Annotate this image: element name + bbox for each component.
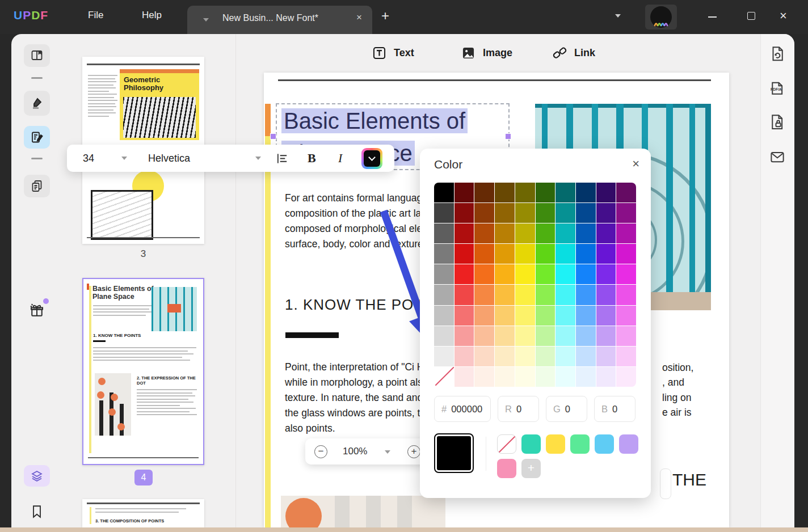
share-button[interactable] <box>769 149 787 167</box>
font-size-dropdown-icon[interactable] <box>121 157 127 160</box>
color-grid-swatch[interactable] <box>434 203 454 223</box>
color-grid-swatch[interactable] <box>495 223 515 243</box>
current-color-swatch[interactable] <box>435 434 473 472</box>
color-grid-swatch[interactable] <box>556 367 575 387</box>
color-grid-swatch[interactable] <box>576 306 596 326</box>
color-grid-swatch[interactable] <box>616 306 636 326</box>
color-grid-swatch[interactable] <box>616 326 636 346</box>
color-grid-swatch[interactable] <box>474 223 494 243</box>
zoom-in-button[interactable]: + <box>407 445 420 458</box>
color-grid-swatch[interactable] <box>474 306 494 326</box>
tool-image[interactable]: Image <box>461 45 512 61</box>
preset-teal[interactable] <box>521 434 541 454</box>
tool-text[interactable]: Text <box>372 45 414 61</box>
italic-button[interactable]: I <box>338 145 342 172</box>
color-grid-swatch[interactable] <box>495 264 515 284</box>
color-grid-swatch[interactable] <box>556 285 575 305</box>
color-grid-swatch[interactable] <box>455 285 474 305</box>
color-grid-swatch[interactable] <box>536 326 556 346</box>
font-family-value[interactable]: Helvetica <box>148 145 190 172</box>
color-grid-swatch[interactable] <box>576 183 596 202</box>
color-grid-swatch[interactable] <box>434 285 454 305</box>
color-grid-swatch[interactable] <box>596 223 616 243</box>
color-grid-swatch[interactable] <box>596 244 616 264</box>
color-grid-swatch[interactable] <box>576 285 596 305</box>
color-grid-swatch[interactable] <box>616 367 636 387</box>
color-grid-swatch[interactable] <box>434 264 454 284</box>
color-grid-swatch[interactable] <box>556 203 575 223</box>
color-grid-swatch[interactable] <box>536 285 556 305</box>
color-grid-swatch[interactable] <box>616 203 636 223</box>
color-grid-swatch[interactable] <box>515 367 535 387</box>
color-grid-swatch[interactable] <box>474 367 494 387</box>
color-grid-swatch[interactable] <box>474 244 494 264</box>
updf-brand-button[interactable] <box>645 5 677 29</box>
comment-tool-button[interactable] <box>24 91 50 116</box>
reader-mode-button[interactable] <box>24 44 50 67</box>
color-grid-swatch[interactable] <box>536 203 556 223</box>
preset-pink[interactable] <box>497 459 516 478</box>
align-button[interactable] <box>276 152 289 165</box>
color-grid-swatch[interactable] <box>596 285 616 305</box>
red-input[interactable]: R0 <box>498 396 539 422</box>
hex-input[interactable]: #000000 <box>434 396 491 422</box>
color-grid-swatch[interactable] <box>455 264 474 284</box>
color-grid-swatch[interactable] <box>616 347 636 366</box>
zoom-dropdown-icon[interactable] <box>385 450 390 454</box>
color-grid-swatch[interactable] <box>515 264 535 284</box>
color-grid-swatch[interactable] <box>536 306 556 326</box>
color-grid-swatch[interactable] <box>536 264 556 284</box>
color-grid-swatch[interactable] <box>556 326 575 346</box>
color-grid-swatch[interactable] <box>455 347 474 366</box>
color-grid-swatch[interactable] <box>455 183 474 202</box>
color-grid-swatch[interactable] <box>474 264 494 284</box>
whats-new-button[interactable] <box>24 299 50 322</box>
color-grid-swatch[interactable] <box>495 347 515 366</box>
menu-help[interactable]: Help <box>142 10 162 21</box>
color-grid-swatch[interactable] <box>434 183 454 202</box>
blue-input[interactable]: B0 <box>594 396 636 422</box>
color-grid-swatch[interactable] <box>596 326 616 346</box>
color-grid-swatch[interactable] <box>495 244 515 264</box>
color-grid-swatch[interactable] <box>495 326 515 346</box>
color-grid-swatch[interactable] <box>515 326 535 346</box>
color-grid-swatch[interactable] <box>576 367 596 387</box>
color-grid-swatch[interactable] <box>474 285 494 305</box>
color-grid-swatch[interactable] <box>596 264 616 284</box>
menu-file[interactable]: File <box>88 10 103 21</box>
color-grid-swatch[interactable] <box>556 264 575 284</box>
color-grid-swatch[interactable] <box>515 183 535 202</box>
color-grid-swatch[interactable] <box>455 367 474 387</box>
color-grid-swatch[interactable] <box>455 203 474 223</box>
color-grid-swatch[interactable] <box>576 223 596 243</box>
selection-handle-right[interactable] <box>505 133 511 140</box>
color-grid-swatch[interactable] <box>515 244 535 264</box>
color-grid-swatch[interactable] <box>515 347 535 366</box>
maximize-button[interactable] <box>747 12 755 20</box>
tab-close-icon[interactable]: × <box>356 12 362 23</box>
color-grid-swatch[interactable] <box>515 285 535 305</box>
color-grid-swatch[interactable] <box>474 347 494 366</box>
color-grid-swatch[interactable] <box>576 347 596 366</box>
add-custom-color-button[interactable]: + <box>521 459 541 478</box>
bookmark-button[interactable] <box>24 500 50 523</box>
color-grid-swatch[interactable] <box>495 306 515 326</box>
color-grid-swatch[interactable] <box>515 203 535 223</box>
color-grid-swatch[interactable] <box>596 367 616 387</box>
color-grid-swatch[interactable] <box>434 326 454 346</box>
preset-no-color[interactable] <box>497 434 516 454</box>
font-family-dropdown-icon[interactable] <box>255 157 261 160</box>
color-grid-swatch[interactable] <box>434 223 454 243</box>
color-grid-swatch[interactable] <box>576 264 596 284</box>
layers-button[interactable] <box>24 465 50 487</box>
green-input[interactable]: G0 <box>546 396 587 422</box>
close-button[interactable]: × <box>780 9 787 23</box>
bold-button[interactable]: B <box>308 145 316 172</box>
thumbnail-page-5[interactable]: 3. THE COMPOSITION OF POINTS <box>82 499 204 527</box>
color-grid-swatch[interactable] <box>556 244 575 264</box>
preset-yellow[interactable] <box>546 434 565 454</box>
color-grid-swatch[interactable] <box>556 347 575 366</box>
color-grid-swatch[interactable] <box>536 367 556 387</box>
color-grid-swatch[interactable] <box>596 183 616 202</box>
thumbnail-page-4-selected[interactable]: Basic Elements of Plane Space 1. KNOW TH… <box>82 278 204 465</box>
